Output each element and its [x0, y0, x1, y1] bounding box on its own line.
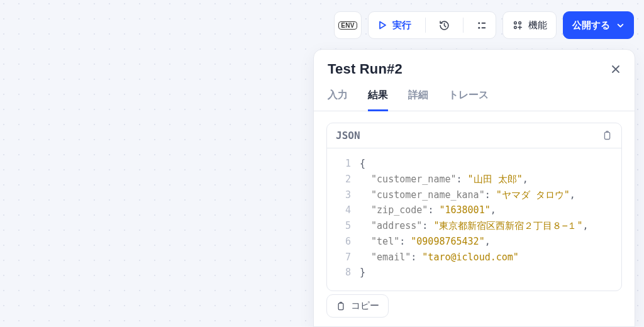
code-line: 6 "tel": "09098765432", — [335, 234, 614, 250]
history-button[interactable] — [431, 12, 458, 38]
features-label: 機能 — [528, 19, 547, 31]
env-button[interactable]: ENV — [334, 11, 362, 39]
panel-title: Test Run#2 — [328, 61, 402, 77]
publish-label: 公開する — [572, 19, 610, 31]
close-icon — [611, 64, 621, 74]
run-button-group: 実行 — [368, 11, 496, 39]
tab-trace[interactable]: トレース — [448, 89, 489, 111]
copy-json-button[interactable] — [602, 130, 613, 141]
svg-rect-8 — [338, 303, 343, 309]
svg-point-0 — [478, 22, 480, 24]
clipboard-icon — [336, 301, 346, 311]
code-line: 3 "customer_name_kana": "ヤマダ タロウ", — [335, 187, 614, 203]
code-line: 4 "zip_code": "1638001", — [335, 202, 614, 218]
code-line: 2 "customer_name": "山田 太郎", — [335, 172, 614, 187]
json-output-card: JSON 1{2 "customer_name": "山田 太郎",3 "cus… — [326, 123, 622, 291]
run-label: 実行 — [392, 19, 411, 31]
code-line: 7 "email": "taro@icloud.com" — [335, 250, 614, 265]
svg-rect-1 — [482, 22, 486, 23]
json-code-block: 1{2 "customer_name": "山田 太郎",3 "customer… — [327, 148, 621, 291]
tab-detail[interactable]: 詳細 — [408, 89, 428, 111]
publish-button[interactable]: 公開する — [563, 11, 634, 39]
steps-icon — [476, 19, 488, 31]
panel-tabs: 入力結果詳細トレース — [314, 77, 635, 111]
svg-point-4 — [514, 22, 517, 25]
run-button[interactable]: 実行 — [369, 12, 420, 38]
tab-result[interactable]: 結果 — [368, 89, 388, 111]
step-button[interactable] — [469, 12, 496, 38]
tab-input[interactable]: 入力 — [328, 89, 348, 111]
svg-rect-3 — [482, 27, 486, 28]
env-icon: ENV — [338, 21, 357, 30]
chevron-down-icon — [616, 21, 625, 30]
play-icon — [377, 20, 387, 30]
code-line: 8} — [335, 265, 614, 280]
add-feature-icon — [512, 19, 523, 31]
code-line: 5 "address": "東京都新宿区西新宿２丁目８−１", — [335, 218, 614, 234]
svg-point-6 — [514, 26, 517, 29]
top-toolbar: ENV 実行 機能 公開する — [334, 11, 634, 39]
svg-point-5 — [519, 22, 521, 25]
svg-rect-7 — [604, 132, 609, 139]
code-line: 1{ — [335, 156, 614, 172]
close-button[interactable] — [611, 64, 621, 74]
history-icon — [438, 19, 450, 31]
features-button[interactable]: 機能 — [502, 11, 557, 39]
copy-button[interactable]: コピー — [326, 294, 389, 318]
copy-label: コピー — [351, 300, 379, 312]
clipboard-icon — [602, 130, 613, 141]
test-run-panel: Test Run#2 入力結果詳細トレース JSON 1{2 "customer… — [313, 49, 635, 327]
json-format-label: JSON — [336, 130, 360, 141]
svg-point-2 — [478, 26, 480, 28]
